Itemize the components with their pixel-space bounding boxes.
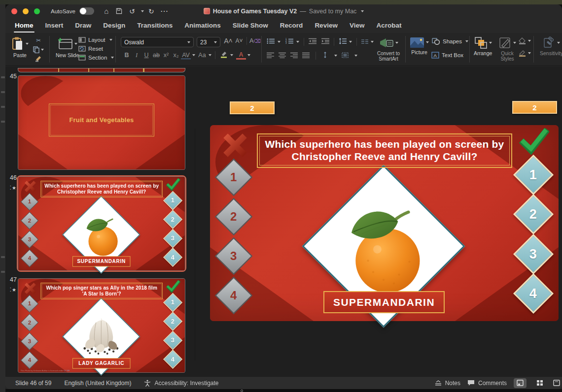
numbering-button[interactable]: 123 [285,37,294,46]
tab-slideshow[interactable]: Slide Show [233,22,268,29]
character-spacing-chevron-icon[interactable] [192,54,195,56]
tab-draw[interactable]: Draw [75,22,91,29]
notes-button[interactable]: Notes [435,380,460,387]
change-case-button[interactable]: Aa [197,52,207,59]
tab-home[interactable]: Home [15,22,34,29]
format-painter-icon[interactable] [33,55,44,63]
shape-outline-button[interactable] [518,50,531,57]
cut-icon[interactable]: ✂ [33,36,44,44]
normal-view-button[interactable] [514,378,527,388]
arrange-button[interactable]: Arrange [474,36,492,57]
tab-insert[interactable]: Insert [45,22,64,29]
tab-view[interactable]: View [350,22,365,29]
reset-button[interactable]: Reset [78,44,114,53]
clear-formatting-icon[interactable]: A⌫ [249,37,259,44]
convert-smartart-button[interactable]: Convert to SmartArt [372,36,405,62]
tab-transitions[interactable]: Transitions [137,22,173,29]
mandarin-photo [76,210,126,259]
highlight-color-chevron-icon[interactable] [230,54,233,56]
zoom-window-button[interactable] [34,8,40,14]
comments-button[interactable]: Comments [467,380,507,387]
font-color-button[interactable]: A [236,51,246,60]
character-spacing-button[interactable]: AV [181,52,191,59]
line-spacing-button[interactable] [339,37,347,46]
tab-acrobat[interactable]: Acrobat [376,22,401,29]
shapes-button[interactable]: Shapes [431,37,468,45]
bullets-button[interactable] [267,37,275,46]
dock-strip [5,389,562,392]
highlight-color-button[interactable] [219,51,229,60]
check-icon[interactable] [519,128,549,158]
decrease-indent-button[interactable] [309,37,316,46]
change-case-chevron-icon[interactable] [209,54,211,56]
shape-fill-button[interactable] [518,37,531,44]
font-color-chevron-icon[interactable] [247,54,250,56]
align-text-chevron-icon[interactable] [354,55,357,57]
undo-chevron-icon[interactable] [141,10,144,12]
numbering-chevron-icon[interactable] [296,41,299,43]
accessibility-status[interactable]: Accessibility: Investigate [144,380,218,387]
tab-review[interactable]: Review [315,22,338,29]
language-indicator[interactable]: English (United Kingdom) [64,380,131,387]
slide-sorter-view-button[interactable] [533,378,546,388]
redo-icon[interactable] [146,6,157,16]
paste-button[interactable]: Paste [11,36,29,59]
tab-record[interactable]: Record [280,22,303,29]
line-spacing-chevron-icon[interactable] [349,41,352,43]
bullets-chevron-icon[interactable] [278,41,281,43]
home-icon[interactable] [101,6,112,16]
copy-chevron-icon[interactable] [41,49,44,51]
sensitivity-button[interactable]: Sensitivity [540,36,562,57]
close-window-button[interactable] [11,8,17,14]
align-left-icon[interactable] [267,51,274,60]
copy-icon[interactable] [33,45,44,54]
answer-banner[interactable]: SUPERMANDARIN [323,291,445,313]
new-slide-chevron-icon[interactable] [74,43,77,45]
thumbnail-slide-46-selected[interactable]: Which superhero has been played on scree… [18,177,185,270]
tab-animations[interactable]: Animations [184,22,221,29]
autosave-toggle[interactable] [79,7,94,15]
text-direction-chevron-icon[interactable] [334,55,337,57]
question-box[interactable]: Which superhero has been played on scree… [257,133,512,168]
slideshow-view-button[interactable] [553,378,560,388]
columns-button[interactable] [361,37,368,46]
superscript-button[interactable]: x² [161,52,171,59]
score-box-left[interactable]: 2 [230,101,275,114]
slide-counter[interactable]: Slide 46 of 59 [15,380,51,387]
save-icon[interactable] [114,6,125,16]
justify-icon[interactable] [302,51,310,60]
subscript-button[interactable]: x₂ [171,52,181,59]
thumbnail-slide-47[interactable]: Which pop singer stars as Ally in the 20… [18,279,185,372]
text-direction-button[interactable] [322,51,328,60]
thumbnail-slide-45[interactable]: Fruit and Vegetables [18,76,185,169]
cross-icon[interactable] [221,131,249,162]
new-slide-button[interactable]: New Slide [56,36,79,59]
undo-icon[interactable] [127,6,138,16]
paste-chevron-icon[interactable] [26,43,29,45]
increase-indent-button[interactable] [321,37,329,46]
font-name-select[interactable]: Oswald [121,37,194,47]
font-size-select[interactable]: 23 [197,37,220,47]
score-box-right[interactable]: 2 [512,101,557,114]
mandarin-photo[interactable] [332,195,435,298]
grow-font-icon[interactable]: A˄ [223,37,233,45]
align-right-icon[interactable] [290,51,298,60]
tab-design[interactable]: Design [103,22,125,29]
more-commands-icon[interactable] [159,6,170,16]
text-box-button[interactable]: A Text Box [431,52,463,59]
shrink-font-icon[interactable]: A˅ [234,37,244,44]
align-text-button[interactable] [342,51,349,60]
italic-button[interactable]: I [132,52,141,59]
layout-button[interactable]: Layout [78,35,114,44]
section-button[interactable]: Section [78,53,114,62]
main-slide[interactable]: Which superhero has been played on scree… [210,125,559,321]
title-chevron-icon[interactable] [361,10,364,12]
strikethrough-button[interactable]: ab [151,52,161,59]
align-center-icon[interactable] [279,51,286,60]
minimize-window-button[interactable] [23,8,29,14]
thumbnail-slide-44-partial[interactable] [18,68,185,72]
quick-styles-button[interactable]: Quick Styles [496,36,518,62]
picture-button[interactable]: Picture [410,36,429,56]
bold-button[interactable]: B [122,52,132,59]
underline-button[interactable]: U [141,52,151,59]
